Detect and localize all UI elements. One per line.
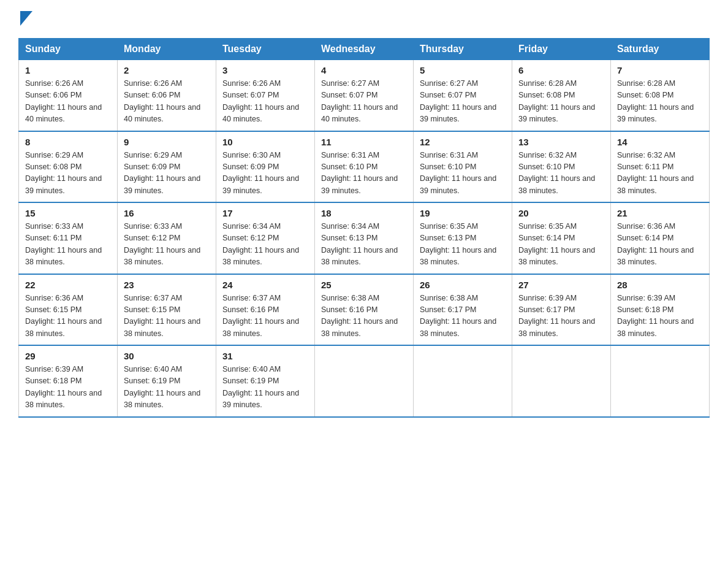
calendar-table: Sunday Monday Tuesday Wednesday Thursday…	[18, 38, 710, 418]
table-row: 16Sunrise: 6:33 AMSunset: 6:12 PMDayligh…	[118, 202, 216, 274]
day-info: Sunrise: 6:29 AMSunset: 6:08 PMDaylight:…	[25, 150, 111, 197]
day-number: 15	[25, 208, 111, 218]
day-info: Sunrise: 6:31 AMSunset: 6:10 PMDaylight:…	[321, 150, 407, 197]
table-row: 23Sunrise: 6:37 AMSunset: 6:15 PMDayligh…	[118, 274, 216, 346]
table-row: 24Sunrise: 6:37 AMSunset: 6:16 PMDayligh…	[216, 274, 315, 346]
day-number: 25	[321, 280, 407, 290]
table-row: 14Sunrise: 6:32 AMSunset: 6:11 PMDayligh…	[611, 131, 710, 203]
day-info: Sunrise: 6:35 AMSunset: 6:13 PMDaylight:…	[420, 221, 506, 269]
day-info: Sunrise: 6:30 AMSunset: 6:09 PMDaylight:…	[222, 150, 308, 197]
day-number: 3	[222, 65, 308, 75]
day-number: 16	[124, 208, 210, 218]
day-info: Sunrise: 6:33 AMSunset: 6:11 PMDaylight:…	[25, 221, 111, 269]
day-info: Sunrise: 6:31 AMSunset: 6:10 PMDaylight:…	[420, 150, 506, 197]
day-number: 27	[518, 280, 604, 290]
col-monday: Monday	[118, 39, 216, 60]
table-row: 12Sunrise: 6:31 AMSunset: 6:10 PMDayligh…	[414, 131, 512, 203]
day-info: Sunrise: 6:26 AMSunset: 6:07 PMDaylight:…	[222, 78, 308, 126]
day-info: Sunrise: 6:27 AMSunset: 6:07 PMDaylight:…	[321, 78, 407, 126]
table-row: 25Sunrise: 6:38 AMSunset: 6:16 PMDayligh…	[315, 274, 414, 346]
day-number: 12	[420, 137, 506, 147]
day-number: 9	[124, 137, 210, 147]
day-info: Sunrise: 6:35 AMSunset: 6:14 PMDaylight:…	[518, 221, 604, 269]
day-number: 22	[25, 280, 111, 290]
col-wednesday: Wednesday	[315, 39, 414, 60]
table-row: 11Sunrise: 6:31 AMSunset: 6:10 PMDayligh…	[315, 131, 414, 203]
day-info: Sunrise: 6:32 AMSunset: 6:11 PMDaylight:…	[617, 150, 703, 197]
table-row: 1Sunrise: 6:26 AMSunset: 6:06 PMDaylight…	[19, 60, 118, 131]
table-row	[611, 345, 710, 417]
day-number: 5	[420, 65, 506, 75]
table-row: 27Sunrise: 6:39 AMSunset: 6:17 PMDayligh…	[512, 274, 611, 346]
table-row: 31Sunrise: 6:40 AMSunset: 6:19 PMDayligh…	[216, 345, 315, 417]
day-number: 29	[25, 351, 111, 361]
day-number: 21	[617, 208, 703, 218]
col-tuesday: Tuesday	[216, 39, 315, 60]
day-info: Sunrise: 6:37 AMSunset: 6:16 PMDaylight:…	[222, 293, 308, 340]
day-number: 28	[617, 280, 703, 290]
table-row: 9Sunrise: 6:29 AMSunset: 6:09 PMDaylight…	[118, 131, 216, 203]
calendar-week-row: 1Sunrise: 6:26 AMSunset: 6:06 PMDaylight…	[19, 60, 710, 131]
col-sunday: Sunday	[19, 39, 118, 60]
table-row: 15Sunrise: 6:33 AMSunset: 6:11 PMDayligh…	[19, 202, 118, 274]
day-info: Sunrise: 6:34 AMSunset: 6:12 PMDaylight:…	[222, 221, 308, 269]
day-info: Sunrise: 6:29 AMSunset: 6:09 PMDaylight:…	[124, 150, 210, 197]
day-info: Sunrise: 6:34 AMSunset: 6:13 PMDaylight:…	[321, 221, 407, 269]
page-header	[18, 12, 710, 26]
col-saturday: Saturday	[611, 39, 710, 60]
day-info: Sunrise: 6:39 AMSunset: 6:17 PMDaylight:…	[518, 293, 604, 340]
table-row	[512, 345, 611, 417]
day-info: Sunrise: 6:36 AMSunset: 6:15 PMDaylight:…	[25, 293, 111, 340]
day-info: Sunrise: 6:38 AMSunset: 6:17 PMDaylight:…	[420, 293, 506, 340]
logo	[18, 12, 32, 26]
day-number: 2	[124, 65, 210, 75]
table-row: 21Sunrise: 6:36 AMSunset: 6:14 PMDayligh…	[611, 202, 710, 274]
day-number: 20	[518, 208, 604, 218]
day-number: 14	[617, 137, 703, 147]
day-number: 17	[222, 208, 308, 218]
day-info: Sunrise: 6:28 AMSunset: 6:08 PMDaylight:…	[617, 78, 703, 126]
day-info: Sunrise: 6:28 AMSunset: 6:08 PMDaylight:…	[518, 78, 604, 126]
table-row: 2Sunrise: 6:26 AMSunset: 6:06 PMDaylight…	[118, 60, 216, 131]
day-info: Sunrise: 6:32 AMSunset: 6:10 PMDaylight:…	[518, 150, 604, 197]
table-row: 26Sunrise: 6:38 AMSunset: 6:17 PMDayligh…	[414, 274, 512, 346]
table-row: 8Sunrise: 6:29 AMSunset: 6:08 PMDaylight…	[19, 131, 118, 203]
col-thursday: Thursday	[414, 39, 512, 60]
day-number: 26	[420, 280, 506, 290]
table-row: 22Sunrise: 6:36 AMSunset: 6:15 PMDayligh…	[19, 274, 118, 346]
calendar-week-row: 15Sunrise: 6:33 AMSunset: 6:11 PMDayligh…	[19, 202, 710, 274]
table-row	[414, 345, 512, 417]
day-number: 31	[222, 351, 308, 361]
day-number: 18	[321, 208, 407, 218]
day-info: Sunrise: 6:26 AMSunset: 6:06 PMDaylight:…	[124, 78, 210, 126]
logo-triangle-icon	[20, 11, 32, 26]
table-row: 30Sunrise: 6:40 AMSunset: 6:19 PMDayligh…	[118, 345, 216, 417]
svg-marker-0	[20, 11, 32, 26]
table-row: 10Sunrise: 6:30 AMSunset: 6:09 PMDayligh…	[216, 131, 315, 203]
day-info: Sunrise: 6:39 AMSunset: 6:18 PMDaylight:…	[25, 364, 111, 412]
day-number: 23	[124, 280, 210, 290]
table-row: 18Sunrise: 6:34 AMSunset: 6:13 PMDayligh…	[315, 202, 414, 274]
calendar-week-row: 8Sunrise: 6:29 AMSunset: 6:08 PMDaylight…	[19, 131, 710, 203]
calendar-header-row: Sunday Monday Tuesday Wednesday Thursday…	[19, 39, 710, 60]
day-number: 1	[25, 65, 111, 75]
table-row: 4Sunrise: 6:27 AMSunset: 6:07 PMDaylight…	[315, 60, 414, 131]
day-info: Sunrise: 6:33 AMSunset: 6:12 PMDaylight:…	[124, 221, 210, 269]
table-row: 29Sunrise: 6:39 AMSunset: 6:18 PMDayligh…	[19, 345, 118, 417]
table-row: 3Sunrise: 6:26 AMSunset: 6:07 PMDaylight…	[216, 60, 315, 131]
table-row: 7Sunrise: 6:28 AMSunset: 6:08 PMDaylight…	[611, 60, 710, 131]
day-number: 24	[222, 280, 308, 290]
day-info: Sunrise: 6:39 AMSunset: 6:18 PMDaylight:…	[617, 293, 703, 340]
day-number: 11	[321, 137, 407, 147]
col-friday: Friday	[512, 39, 611, 60]
day-info: Sunrise: 6:37 AMSunset: 6:15 PMDaylight:…	[124, 293, 210, 340]
day-number: 10	[222, 137, 308, 147]
table-row	[315, 345, 414, 417]
day-info: Sunrise: 6:40 AMSunset: 6:19 PMDaylight:…	[124, 364, 210, 412]
table-row: 17Sunrise: 6:34 AMSunset: 6:12 PMDayligh…	[216, 202, 315, 274]
table-row: 5Sunrise: 6:27 AMSunset: 6:07 PMDaylight…	[414, 60, 512, 131]
day-number: 8	[25, 137, 111, 147]
day-info: Sunrise: 6:40 AMSunset: 6:19 PMDaylight:…	[222, 364, 308, 412]
day-number: 19	[420, 208, 506, 218]
calendar-week-row: 29Sunrise: 6:39 AMSunset: 6:18 PMDayligh…	[19, 345, 710, 417]
